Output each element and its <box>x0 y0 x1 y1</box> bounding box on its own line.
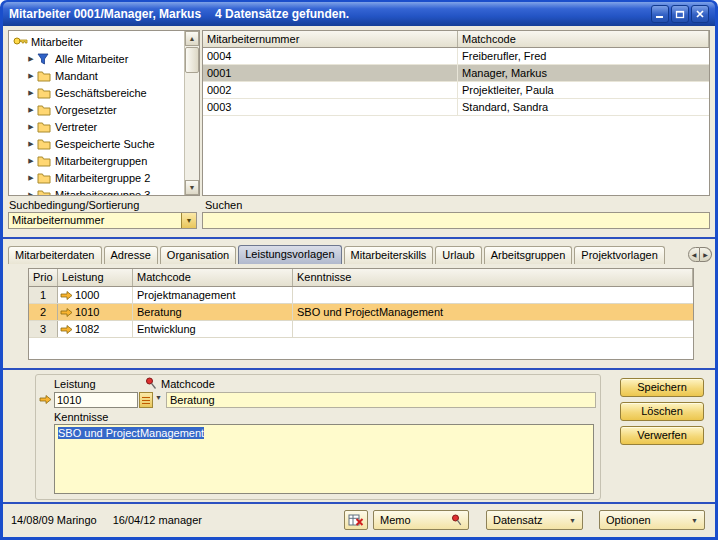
column-header-leistung[interactable]: Leistung <box>58 269 133 286</box>
tree-expand-icon[interactable]: ▶ <box>25 72 37 80</box>
tree-expand-icon[interactable]: ▶ <box>25 89 37 97</box>
maximize-icon <box>675 9 685 19</box>
tree-expand-icon[interactable]: ▶ <box>25 140 37 148</box>
tree-expand-icon[interactable]: ▶ <box>25 55 37 63</box>
chevron-down-icon[interactable]: ▼ <box>181 213 196 228</box>
column-header-matchcode[interactable]: Matchcode <box>458 31 709 47</box>
tree-expand-icon[interactable]: ▶ <box>25 157 37 165</box>
cell-prio: 2 <box>29 304 58 320</box>
table-row[interactable]: 1 1000 Projektmanagement <box>29 287 693 304</box>
tree-scrollbar[interactable]: ▲ ▼ <box>184 31 199 195</box>
folder-icon <box>37 87 53 99</box>
created-stamp: 14/08/09 Maringo <box>11 514 97 526</box>
tab-organisation[interactable]: Organisation <box>160 246 236 264</box>
filter-icon <box>37 53 53 65</box>
section-divider <box>3 368 715 370</box>
optionen-label: Optionen <box>606 514 683 526</box>
folder-icon <box>37 138 53 150</box>
column-header-mitarbeiternummer[interactable]: Mitarbeiternummer <box>203 31 458 47</box>
tree-item-gespeicherte-suche[interactable]: ▶ Gespeicherte Suche <box>9 135 184 152</box>
statusbar-text: 14/08/09 Maringo16/04/12 manager <box>11 514 218 526</box>
column-header-matchcode[interactable]: Matchcode <box>133 269 293 286</box>
memo-button[interactable]: Memo <box>373 510 469 530</box>
datensatz-button[interactable]: Datensatz ▼ <box>486 510 583 530</box>
table-row-selected[interactable]: 0001 Manager, Markus <box>203 65 709 82</box>
folder-icon <box>37 121 53 133</box>
tab-urlaub[interactable]: Urlaub <box>435 246 481 264</box>
sort-combobox[interactable]: Mitarbeiternummer ▼ <box>8 212 197 229</box>
tree-expand-icon[interactable]: ▶ <box>25 106 37 114</box>
scrollbar-thumb[interactable] <box>185 47 199 73</box>
discard-button[interactable]: Verwerfen <box>620 426 704 445</box>
link-arrow-icon[interactable] <box>60 306 73 319</box>
tree-item-mandant[interactable]: ▶ Mandant <box>9 67 184 84</box>
tab-scroll-right-icon[interactable]: ▶ <box>700 247 712 262</box>
search-input[interactable] <box>202 212 710 229</box>
matchcode-field[interactable]: Beratung <box>166 392 596 408</box>
tree-item-mitarbeitergruppen[interactable]: ▶ Mitarbeitergruppen <box>9 152 184 169</box>
optionen-button[interactable]: Optionen ▼ <box>599 510 705 530</box>
tab-mitarbeiterdaten[interactable]: Mitarbeiterdaten <box>8 246 102 264</box>
tree-expand-icon[interactable]: ▶ <box>25 174 37 182</box>
remove-filter-icon <box>348 513 364 527</box>
table-row[interactable]: 3 1082 Entwicklung <box>29 321 693 338</box>
kenntnisse-label: Kenntnisse <box>54 411 108 423</box>
table-row[interactable]: 0002 Projektleiter, Paula <box>203 82 709 99</box>
link-arrow-icon[interactable] <box>60 289 73 302</box>
tree-item-label: Alle Mitarbeiter <box>53 53 128 65</box>
minimize-button[interactable] <box>651 5 669 23</box>
pin-icon <box>145 377 157 390</box>
column-header-kenntnisse[interactable]: Kenntnisse <box>293 269 693 286</box>
tree-item-geschaeftsbereiche[interactable]: ▶ Geschäftsbereiche <box>9 84 184 101</box>
skills-header: Prio Leistung Matchcode Kenntnisse <box>29 269 693 287</box>
scroll-up-icon[interactable]: ▲ <box>185 31 199 46</box>
cell-nummer: 0004 <box>203 48 458 64</box>
leistung-value: 1010 <box>75 304 99 320</box>
link-arrow-icon[interactable] <box>39 393 52 406</box>
scroll-down-icon[interactable]: ▼ <box>185 180 199 195</box>
table-row-highlighted[interactable]: 2 1010 Beratung SBO und ProjectManagemen… <box>29 304 693 321</box>
tab-adresse[interactable]: Adresse <box>104 246 158 264</box>
maximize-button[interactable] <box>671 5 689 23</box>
sort-label: Suchbedingung/Sortierung <box>9 199 139 211</box>
tree-item-label: Mitarbeitergruppe 2 <box>53 172 150 184</box>
cell-prio: 1 <box>29 287 58 303</box>
tree-item-alle-mitarbeiter[interactable]: ▶ Alle Mitarbeiter <box>9 50 184 67</box>
cell-matchcode: Entwicklung <box>133 321 293 337</box>
titlebar[interactable]: Mitarbeiter 0001/Manager, Markus 4 Daten… <box>3 2 715 26</box>
chevron-down-icon: ▼ <box>691 517 698 524</box>
tree-expand-icon[interactable]: ▶ <box>25 191 37 197</box>
table-row[interactable]: 0004 Freiberufler, Fred <box>203 48 709 65</box>
tab-scroll-left-icon[interactable]: ◀ <box>688 247 700 262</box>
tree-item-mitarbeitergruppe-3[interactable]: ▶ Mitarbeitergruppe 3 <box>9 186 184 196</box>
tree-item-vorgesetzter[interactable]: ▶ Vorgesetzter <box>9 101 184 118</box>
tab-mitarbeiterskills[interactable]: Mitarbeiterskills <box>344 246 434 264</box>
section-divider <box>3 502 715 504</box>
tree-item-label: Mitarbeitergruppe 3 <box>53 189 150 197</box>
kenntnisse-textarea[interactable]: SBO und ProjectManagement <box>54 424 594 494</box>
close-button[interactable] <box>691 5 709 23</box>
chevron-down-icon[interactable]: ▼ <box>155 394 162 401</box>
tab-arbeitsgruppen[interactable]: Arbeitsgruppen <box>484 246 573 264</box>
cell-matchcode: Projektmanagement <box>133 287 293 303</box>
link-arrow-icon[interactable] <box>60 323 73 336</box>
navigation-tree: Mitarbeiter ▶ Alle Mitarbeiter ▶ Mandant <box>8 30 200 196</box>
sort-combobox-value: Mitarbeiternummer <box>9 213 181 228</box>
table-row[interactable]: 0003 Standard, Sandra <box>203 99 709 116</box>
choose-from-list-button[interactable] <box>139 392 153 408</box>
save-button[interactable]: Speichern <box>620 378 704 397</box>
matchcode-label: Matchcode <box>161 378 215 390</box>
cell-nummer: 0002 <box>203 82 458 98</box>
tree-expand-icon[interactable]: ▶ <box>25 123 37 131</box>
cell-leistung: 1010 <box>58 304 133 320</box>
folder-icon <box>37 70 53 82</box>
column-header-prio[interactable]: Prio <box>29 269 58 286</box>
tree-root-mitarbeiter[interactable]: Mitarbeiter <box>9 33 184 50</box>
tree-item-vertreter[interactable]: ▶ Vertreter <box>9 118 184 135</box>
delete-button[interactable]: Löschen <box>620 402 704 421</box>
tree-item-mitarbeitergruppe-2[interactable]: ▶ Mitarbeitergruppe 2 <box>9 169 184 186</box>
remove-filter-button[interactable] <box>344 510 368 530</box>
tab-leistungsvorlagen[interactable]: Leistungsvorlagen <box>238 245 341 264</box>
leistung-input[interactable] <box>54 392 138 408</box>
tab-projektvorlagen[interactable]: Projektvorlagen <box>574 246 664 264</box>
